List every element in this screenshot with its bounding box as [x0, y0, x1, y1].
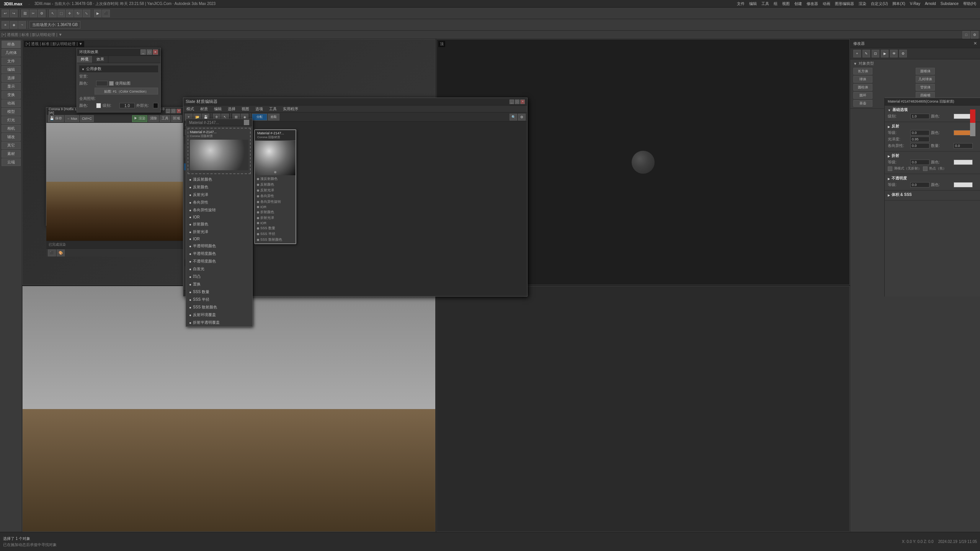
sidebar-btn-display[interactable]: 显示	[2, 83, 21, 90]
render-copy-btn[interactable]: Ctrl+C	[80, 115, 94, 122]
menu-item-substance[interactable]: Substance	[938, 2, 961, 6]
ctx-aniso[interactable]: ● 各向异性	[186, 199, 252, 206]
sidebar-btn-transform[interactable]: 变换	[2, 91, 21, 99]
rp-icon-modify[interactable]: ✎	[862, 50, 870, 57]
reflect-ior-input[interactable]	[910, 143, 929, 148]
env-ambient-swatch[interactable]	[96, 103, 101, 108]
render-max-btn[interactable]: → Max	[65, 115, 80, 122]
material-editor-icon[interactable]: ◈	[10, 21, 18, 29]
ctx-refract-env[interactable]: ● 折射半透明覆盖	[186, 319, 252, 326]
slate-menu-material[interactable]: 材质	[199, 106, 209, 112]
sidebar-btn-lights[interactable]: 灯光	[2, 116, 21, 124]
slate-menu-options[interactable]: 选项	[254, 106, 265, 112]
reflect-level-input[interactable]	[910, 130, 929, 135]
menu-item-custom[interactable]: 自定义(U)	[869, 1, 890, 7]
select-region-icon[interactable]: ⬚	[57, 10, 65, 17]
opacity-level-input[interactable]	[910, 182, 929, 187]
menu-item-create[interactable]: 创建	[792, 1, 804, 7]
render-icon[interactable]: ▶	[94, 10, 101, 17]
menu-item-tools[interactable]: 工具	[759, 1, 771, 7]
sidebar-btn-camera[interactable]: 相机	[2, 125, 21, 132]
viewport-bottom-right[interactable]: 左	[436, 286, 850, 532]
ctx-trans-color[interactable]: ● 半透明度颜色	[186, 250, 252, 258]
env-color-swatch[interactable]	[96, 81, 108, 86]
render-bottom-btn2[interactable]: 🎨	[57, 249, 65, 256]
obj-cylinder[interactable]: 圆柱体	[853, 84, 872, 91]
render-save-btn[interactable]: 💾 保存	[48, 115, 64, 122]
curve-editor-icon[interactable]: ~	[18, 21, 26, 29]
render-region-btn[interactable]: 区域	[171, 115, 182, 122]
menu-item-vray[interactable]: V-Ray	[908, 2, 923, 6]
ctx-ior[interactable]: ● IOR	[186, 214, 252, 220]
menu-item-animation[interactable]: 动画	[820, 1, 833, 7]
refract-color-swatch[interactable]	[954, 160, 973, 165]
slate-show-map-btn[interactable]: 🔍	[510, 114, 517, 121]
slate-menu-tools[interactable]: 工具	[268, 106, 278, 112]
sidebar-btn-geometry[interactable]: 几何体	[2, 49, 21, 57]
slate-menu-utilities[interactable]: 实用程序	[281, 106, 300, 112]
slate-menu-mode[interactable]: 模式	[185, 106, 196, 112]
slate-menu-select[interactable]: 选择	[226, 106, 237, 112]
render-maximize[interactable]: □	[171, 109, 176, 113]
env-outer-checkbox[interactable]	[109, 81, 114, 86]
ctx-sss-num[interactable]: ● SSS 数量	[186, 288, 252, 296]
viewport-settings[interactable]: ⚙	[971, 31, 978, 39]
rp-icon-motion[interactable]: ▶	[881, 50, 889, 57]
ctx-refract-gloss[interactable]: ● 折射光泽	[186, 228, 252, 236]
rp-close[interactable]: ✕	[973, 41, 977, 46]
env-tab-exterior[interactable]: 外境	[77, 56, 93, 63]
slate-center[interactable]: Material #-2147... Corona 旧版材质 漫反射颜色 反射颜…	[243, 122, 527, 296]
slate-minimize[interactable]: _	[510, 99, 514, 104]
sidebar-btn-select[interactable]: 选择	[2, 74, 21, 82]
env-level-input[interactable]	[119, 103, 135, 108]
select-icon[interactable]: ↖	[49, 10, 57, 17]
rp-icon-utility[interactable]: ⚙	[899, 50, 907, 57]
scale-icon[interactable]: ⤡	[83, 10, 90, 17]
ctx-self-illum[interactable]: ● 自发光	[186, 265, 252, 273]
obj-tube[interactable]: 管状体	[916, 84, 935, 91]
rp-icon-hierarchy[interactable]: ⊡	[872, 50, 879, 57]
sidebar-btn-other[interactable]: 其它	[2, 142, 21, 149]
ctx-sss-rad[interactable]: ● SSS 半径	[186, 296, 252, 303]
obj-torus[interactable]: 圆环	[853, 92, 872, 99]
unlink-icon[interactable]: ✂	[29, 10, 37, 17]
rotate-icon[interactable]: ↻	[74, 10, 82, 17]
refract-thin-checkbox[interactable]	[888, 166, 892, 171]
menu-item-arnold[interactable]: Arnold	[923, 2, 938, 6]
ctx-displace[interactable]: ● 置换	[186, 280, 252, 288]
env-dialog-minimize[interactable]: _	[140, 49, 146, 55]
env-outer-light-swatch[interactable]	[153, 103, 158, 108]
slate-maximize[interactable]: □	[515, 99, 519, 104]
sidebar-btn-cloud[interactable]: 云端	[2, 158, 21, 166]
env-dialog-close[interactable]: ✕	[153, 49, 158, 55]
env-tab-effects[interactable]: 效果	[93, 56, 108, 63]
menu-item-modifier[interactable]: 修改器	[804, 1, 820, 7]
viewport-maximize[interactable]: □	[962, 31, 970, 39]
slate-assign-btn[interactable]: 分配	[252, 114, 267, 121]
menu-item-group[interactable]: 组	[771, 1, 780, 7]
move-icon[interactable]: ✛	[66, 10, 74, 17]
env-dialog-maximize[interactable]: □	[147, 49, 152, 55]
render-tool-btn[interactable]: 工具	[160, 115, 170, 122]
sidebar-btn-file[interactable]: 文件	[2, 57, 21, 65]
node-preview[interactable]	[255, 141, 296, 175]
bind-icon[interactable]: ⚙	[38, 10, 46, 17]
link-icon[interactable]: ⛓	[21, 10, 29, 17]
sidebar-btn-modify[interactable]: 辅改	[2, 133, 21, 141]
refract-caustics-checkbox[interactable]	[923, 166, 928, 171]
quick-render-icon[interactable]: ⬛	[102, 10, 110, 17]
menu-item-file[interactable]: 文件	[735, 1, 747, 7]
refract-level-input[interactable]	[910, 160, 929, 165]
env-map-button[interactable]: 贴图: #1（Color Correction）	[95, 88, 158, 95]
obj-teapot[interactable]: 茶壶	[853, 100, 872, 107]
menu-item-graph[interactable]: 图形编辑器	[833, 1, 856, 7]
slate-close[interactable]: ✕	[520, 99, 525, 104]
menu-item-script[interactable]: 脚本(X)	[890, 1, 907, 7]
diffuse-level-input[interactable]	[910, 114, 929, 119]
ctx-trans-bright[interactable]: ● 半透明明颜色	[186, 242, 252, 250]
slate-pick-btn[interactable]: 拾取	[268, 114, 279, 121]
sidebar-btn-create[interactable]: 样条	[2, 41, 21, 48]
ctx-reflect-env[interactable]: ● 反射环境覆盖	[186, 311, 252, 319]
reflect-gloss-input[interactable]	[910, 137, 929, 142]
ctx-sss-scatter[interactable]: ● SSS 散射颜色	[186, 303, 252, 311]
